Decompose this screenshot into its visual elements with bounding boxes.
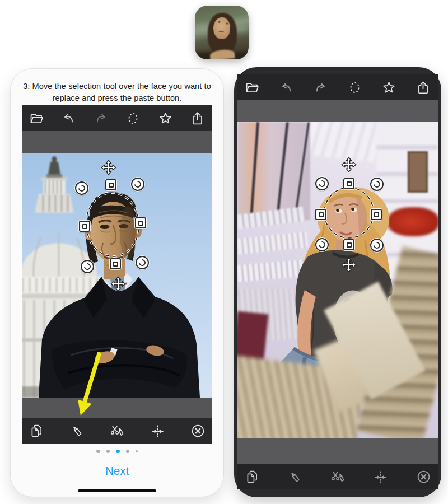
- selection-move-handle[interactable]: [100, 158, 118, 176]
- right-phone: [234, 67, 441, 497]
- left-editor-canvas[interactable]: [22, 131, 212, 418]
- selection-move-handle[interactable]: [340, 156, 358, 174]
- selection-tool-button[interactable]: [343, 75, 367, 100]
- center-align-button[interactable]: [145, 418, 170, 443]
- left-bottom-toolbar: [22, 418, 212, 444]
- selection-resize-handle[interactable]: [315, 209, 326, 220]
- tutorial-step-text: 3: Move the selection tool over the face…: [22, 69, 212, 105]
- selection-rotate-handle[interactable]: [136, 256, 149, 269]
- record-store-photo[interactable]: [237, 122, 438, 438]
- selection-rotate-handle[interactable]: [315, 238, 329, 251]
- selection-resize-handle[interactable]: [343, 178, 354, 189]
- undo-button[interactable]: [274, 75, 298, 100]
- selection-resize-handle[interactable]: [135, 217, 146, 228]
- selection-rotate-handle[interactable]: [75, 181, 88, 195]
- page-dot[interactable]: [106, 450, 110, 454]
- selection-resize-handle[interactable]: [79, 221, 90, 232]
- redo-button[interactable]: [88, 106, 113, 130]
- paste-button[interactable]: [283, 464, 307, 489]
- redo-button[interactable]: [308, 75, 333, 100]
- close-button[interactable]: [185, 418, 210, 443]
- selection-resize-handle[interactable]: [371, 209, 382, 220]
- selection-rotate-handle[interactable]: [370, 178, 384, 191]
- paste-button[interactable]: [64, 418, 89, 443]
- selection-rotate-handle[interactable]: [370, 239, 384, 252]
- selection-rotate-handle[interactable]: [315, 177, 329, 190]
- right-editor-canvas[interactable]: [237, 100, 438, 464]
- share-button[interactable]: [185, 106, 210, 130]
- open-folder-button[interactable]: [240, 75, 264, 100]
- next-button[interactable]: Next: [100, 463, 134, 479]
- app-icon: [195, 6, 249, 59]
- selection-resize-handle[interactable]: [343, 239, 354, 250]
- page-dot[interactable]: [96, 450, 100, 454]
- favorite-star-button[interactable]: [153, 106, 178, 130]
- capitol-photo[interactable]: [22, 153, 212, 398]
- undo-button[interactable]: [57, 106, 81, 130]
- cut-paste-button[interactable]: [325, 464, 350, 489]
- copy-button[interactable]: [240, 464, 264, 489]
- left-phone: 3: Move the selection tool over the face…: [10, 68, 224, 497]
- selection-move-handle[interactable]: [340, 256, 358, 274]
- selection-rotate-handle[interactable]: [81, 260, 94, 273]
- selection-tool-button[interactable]: [121, 106, 146, 130]
- open-folder-button[interactable]: [24, 106, 49, 130]
- cut-paste-button[interactable]: [105, 418, 129, 443]
- close-button[interactable]: [411, 464, 436, 489]
- selection-resize-handle[interactable]: [110, 258, 121, 269]
- page-dots: [22, 449, 212, 454]
- page-dot[interactable]: [126, 450, 130, 454]
- selection-move-handle[interactable]: [109, 275, 127, 293]
- copy-button[interactable]: [24, 418, 49, 443]
- right-bottom-toolbar: [237, 464, 438, 489]
- selection-rotate-handle[interactable]: [131, 178, 144, 191]
- share-button[interactable]: [411, 75, 436, 100]
- home-indicator: [78, 489, 156, 492]
- screenshot-root: 3: Move the selection tool over the face…: [0, 0, 448, 504]
- page-dot[interactable]: [136, 450, 138, 452]
- left-top-toolbar: [22, 105, 212, 131]
- favorite-star-button[interactable]: [377, 75, 402, 100]
- selection-resize-handle[interactable]: [105, 179, 116, 190]
- page-dot-active[interactable]: [116, 450, 120, 454]
- right-top-toolbar: [237, 74, 438, 100]
- center-align-button[interactable]: [368, 464, 393, 489]
